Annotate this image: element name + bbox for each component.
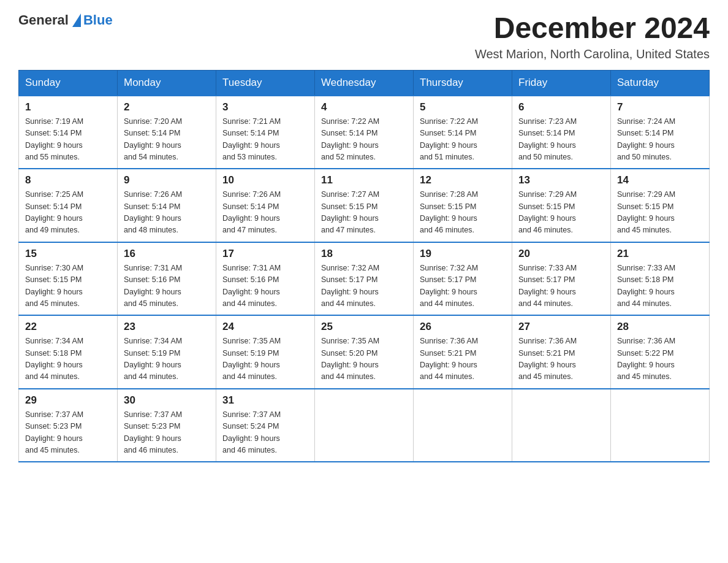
calendar-day-cell: 3Sunrise: 7:21 AMSunset: 5:14 PMDaylight… [216, 96, 315, 169]
logo: General Blue [18, 12, 113, 28]
day-number: 9 [124, 174, 210, 186]
calendar-week-row: 15Sunrise: 7:30 AMSunset: 5:15 PMDayligh… [19, 242, 710, 316]
calendar-day-cell: 28Sunrise: 7:36 AMSunset: 5:22 PMDayligh… [611, 315, 710, 389]
day-info: Sunrise: 7:36 AMSunset: 5:21 PMDaylight:… [518, 335, 604, 383]
calendar-day-cell: 26Sunrise: 7:36 AMSunset: 5:21 PMDayligh… [414, 315, 512, 389]
calendar-day-cell: 31Sunrise: 7:37 AMSunset: 5:24 PMDayligh… [216, 389, 315, 462]
day-number: 16 [124, 248, 210, 260]
day-number: 15 [25, 248, 111, 260]
calendar-day-cell: 15Sunrise: 7:30 AMSunset: 5:15 PMDayligh… [19, 242, 118, 316]
calendar-day-cell: 21Sunrise: 7:33 AMSunset: 5:18 PMDayligh… [611, 242, 710, 316]
day-number: 22 [25, 321, 111, 333]
calendar-day-cell: 13Sunrise: 7:29 AMSunset: 5:15 PMDayligh… [512, 169, 611, 242]
day-info: Sunrise: 7:33 AMSunset: 5:18 PMDaylight:… [617, 262, 703, 310]
day-number: 14 [617, 174, 703, 186]
day-info: Sunrise: 7:23 AMSunset: 5:14 PMDaylight:… [518, 116, 604, 164]
day-info: Sunrise: 7:21 AMSunset: 5:14 PMDaylight:… [222, 116, 308, 164]
calendar-day-cell: 10Sunrise: 7:26 AMSunset: 5:14 PMDayligh… [216, 169, 315, 242]
calendar-day-cell: 8Sunrise: 7:25 AMSunset: 5:14 PMDaylight… [19, 169, 118, 242]
calendar-week-row: 1Sunrise: 7:19 AMSunset: 5:14 PMDaylight… [19, 96, 710, 169]
weekday-header-sunday: Sunday [19, 70, 118, 96]
day-info: Sunrise: 7:27 AMSunset: 5:15 PMDaylight:… [321, 189, 407, 237]
calendar-day-cell: 20Sunrise: 7:33 AMSunset: 5:17 PMDayligh… [512, 242, 611, 316]
day-number: 26 [420, 321, 506, 333]
day-info: Sunrise: 7:35 AMSunset: 5:20 PMDaylight:… [321, 335, 407, 383]
day-number: 7 [617, 101, 703, 113]
calendar-day-cell: 5Sunrise: 7:22 AMSunset: 5:14 PMDaylight… [414, 96, 512, 169]
weekday-header-monday: Monday [118, 70, 216, 96]
calendar-day-cell [315, 389, 414, 462]
calendar-day-cell: 7Sunrise: 7:24 AMSunset: 5:14 PMDaylight… [611, 96, 710, 169]
day-info: Sunrise: 7:34 AMSunset: 5:18 PMDaylight:… [25, 335, 111, 383]
day-number: 23 [124, 321, 210, 333]
day-number: 28 [617, 321, 703, 333]
calendar-day-cell: 12Sunrise: 7:28 AMSunset: 5:15 PMDayligh… [414, 169, 512, 242]
day-number: 18 [321, 248, 407, 260]
page-header: General Blue December 2024 West Marion, … [18, 12, 710, 61]
day-info: Sunrise: 7:31 AMSunset: 5:16 PMDaylight:… [124, 262, 210, 310]
day-info: Sunrise: 7:32 AMSunset: 5:17 PMDaylight:… [321, 262, 407, 310]
day-number: 21 [617, 248, 703, 260]
day-number: 30 [124, 394, 210, 407]
day-number: 10 [222, 174, 308, 186]
calendar-table: SundayMondayTuesdayWednesdayThursdayFrid… [18, 70, 710, 463]
day-info: Sunrise: 7:29 AMSunset: 5:15 PMDaylight:… [617, 189, 703, 237]
calendar-day-cell: 9Sunrise: 7:26 AMSunset: 5:14 PMDaylight… [118, 169, 216, 242]
calendar-week-row: 29Sunrise: 7:37 AMSunset: 5:23 PMDayligh… [19, 389, 710, 462]
day-number: 6 [518, 101, 604, 113]
calendar-day-cell: 2Sunrise: 7:20 AMSunset: 5:14 PMDaylight… [118, 96, 216, 169]
weekday-header-saturday: Saturday [611, 70, 710, 96]
day-info: Sunrise: 7:35 AMSunset: 5:19 PMDaylight:… [222, 335, 308, 383]
calendar-day-cell [611, 389, 710, 462]
location-title: West Marion, North Carolina, United Stat… [475, 47, 710, 61]
month-title: December 2024 [475, 12, 710, 45]
calendar-day-cell: 29Sunrise: 7:37 AMSunset: 5:23 PMDayligh… [19, 389, 118, 462]
calendar-day-cell: 1Sunrise: 7:19 AMSunset: 5:14 PMDaylight… [19, 96, 118, 169]
day-number: 3 [222, 101, 308, 113]
title-area: December 2024 West Marion, North Carolin… [475, 12, 710, 61]
day-info: Sunrise: 7:22 AMSunset: 5:14 PMDaylight:… [420, 116, 506, 164]
day-info: Sunrise: 7:28 AMSunset: 5:15 PMDaylight:… [420, 189, 506, 237]
weekday-header-wednesday: Wednesday [315, 70, 414, 96]
calendar-day-cell: 14Sunrise: 7:29 AMSunset: 5:15 PMDayligh… [611, 169, 710, 242]
calendar-day-cell [512, 389, 611, 462]
calendar-day-cell: 27Sunrise: 7:36 AMSunset: 5:21 PMDayligh… [512, 315, 611, 389]
weekday-header-thursday: Thursday [414, 70, 512, 96]
calendar-day-cell: 6Sunrise: 7:23 AMSunset: 5:14 PMDaylight… [512, 96, 611, 169]
day-number: 25 [321, 321, 407, 333]
day-info: Sunrise: 7:19 AMSunset: 5:14 PMDaylight:… [25, 116, 111, 164]
day-info: Sunrise: 7:31 AMSunset: 5:16 PMDaylight:… [222, 262, 308, 310]
day-info: Sunrise: 7:26 AMSunset: 5:14 PMDaylight:… [124, 189, 210, 237]
calendar-day-cell [414, 389, 512, 462]
day-number: 13 [518, 174, 604, 186]
day-info: Sunrise: 7:22 AMSunset: 5:14 PMDaylight:… [321, 116, 407, 164]
day-number: 5 [420, 101, 506, 113]
day-info: Sunrise: 7:26 AMSunset: 5:14 PMDaylight:… [222, 189, 308, 237]
calendar-week-row: 8Sunrise: 7:25 AMSunset: 5:14 PMDaylight… [19, 169, 710, 242]
day-info: Sunrise: 7:24 AMSunset: 5:14 PMDaylight:… [617, 116, 703, 164]
calendar-week-row: 22Sunrise: 7:34 AMSunset: 5:18 PMDayligh… [19, 315, 710, 389]
logo-text-blue: Blue [83, 12, 113, 28]
weekday-header-row: SundayMondayTuesdayWednesdayThursdayFrid… [19, 70, 710, 96]
day-number: 11 [321, 174, 407, 186]
day-info: Sunrise: 7:20 AMSunset: 5:14 PMDaylight:… [124, 116, 210, 164]
day-info: Sunrise: 7:32 AMSunset: 5:17 PMDaylight:… [420, 262, 506, 310]
calendar-day-cell: 30Sunrise: 7:37 AMSunset: 5:23 PMDayligh… [118, 389, 216, 462]
calendar-day-cell: 11Sunrise: 7:27 AMSunset: 5:15 PMDayligh… [315, 169, 414, 242]
day-number: 17 [222, 248, 308, 260]
day-info: Sunrise: 7:25 AMSunset: 5:14 PMDaylight:… [25, 189, 111, 237]
calendar-day-cell: 22Sunrise: 7:34 AMSunset: 5:18 PMDayligh… [19, 315, 118, 389]
day-number: 29 [25, 394, 111, 407]
calendar-day-cell: 4Sunrise: 7:22 AMSunset: 5:14 PMDaylight… [315, 96, 414, 169]
logo-triangle-icon [72, 13, 81, 27]
day-info: Sunrise: 7:33 AMSunset: 5:17 PMDaylight:… [518, 262, 604, 310]
day-number: 2 [124, 101, 210, 113]
day-info: Sunrise: 7:37 AMSunset: 5:24 PMDaylight:… [222, 409, 308, 457]
calendar-day-cell: 19Sunrise: 7:32 AMSunset: 5:17 PMDayligh… [414, 242, 512, 316]
day-number: 4 [321, 101, 407, 113]
day-info: Sunrise: 7:29 AMSunset: 5:15 PMDaylight:… [518, 189, 604, 237]
day-number: 24 [222, 321, 308, 333]
day-info: Sunrise: 7:36 AMSunset: 5:21 PMDaylight:… [420, 335, 506, 383]
weekday-header-tuesday: Tuesday [216, 70, 315, 96]
day-info: Sunrise: 7:30 AMSunset: 5:15 PMDaylight:… [25, 262, 111, 310]
